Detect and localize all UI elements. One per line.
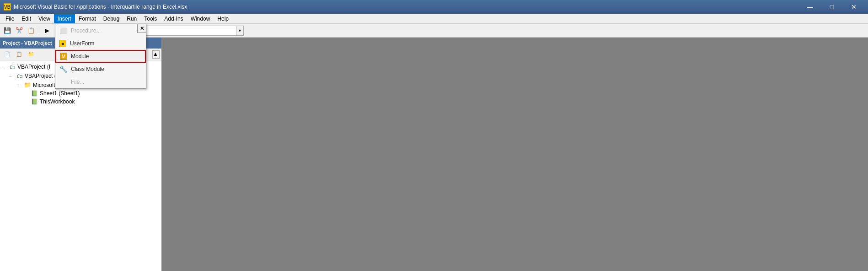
- procedure-label: Procedure...: [71, 27, 101, 34]
- project-title: Project - VBAProject: [3, 40, 52, 46]
- thisworkbook-icon: 📗: [31, 98, 38, 105]
- file-label: File...: [71, 79, 84, 85]
- expand-icon-1: −: [2, 65, 7, 70]
- toolbar-combo-arrow[interactable]: ▼: [236, 26, 244, 36]
- toolbar-combo-container: ▼: [145, 26, 244, 36]
- proj-toggle-folders[interactable]: 📁: [26, 49, 37, 60]
- app-icon: VB: [4, 3, 11, 11]
- menu-format[interactable]: Format: [75, 14, 100, 23]
- menu-tools[interactable]: Tools: [140, 14, 161, 23]
- userform-icon: ■: [59, 40, 66, 47]
- title-bar-left: VB Microsoft Visual Basic for Applicatio…: [4, 3, 187, 11]
- close-button[interactable]: ✕: [843, 0, 864, 14]
- tree-item-thisworkbook[interactable]: 📗 ThisWorkbook: [2, 98, 160, 106]
- tree-item-sheet1[interactable]: 📗 Sheet1 (Sheet1): [2, 89, 160, 98]
- toolbar-combo-input[interactable]: [145, 26, 236, 36]
- insert-file[interactable]: File...: [55, 76, 146, 88]
- editor-area: [162, 38, 868, 271]
- toolbar-cut[interactable]: ✂️: [14, 25, 25, 36]
- menu-debug[interactable]: Debug: [100, 14, 123, 23]
- minimize-button[interactable]: —: [799, 0, 820, 14]
- classmodule-label: Class Module: [71, 66, 104, 72]
- menu-view[interactable]: View: [35, 14, 54, 23]
- toolbar-copy[interactable]: 📋: [26, 25, 37, 36]
- insert-procedure[interactable]: ⬜ Procedure...: [55, 24, 146, 37]
- module-label: Module: [71, 53, 89, 60]
- vbaproject-icon-1: 🗂: [9, 63, 16, 70]
- proj-view-code[interactable]: 📄: [2, 49, 13, 60]
- menu-close-button[interactable]: ✕: [137, 24, 146, 33]
- module-icon: M: [60, 53, 67, 60]
- maximize-button[interactable]: □: [821, 0, 842, 14]
- insert-userform[interactable]: ■ UserForm: [55, 37, 146, 50]
- project-scrollbar-up[interactable]: ▲: [152, 50, 160, 59]
- insert-classmodule[interactable]: 🔧 Class Module: [55, 63, 146, 76]
- window-title: Microsoft Visual Basic for Applications …: [14, 4, 187, 10]
- menu-edit[interactable]: Edit: [18, 14, 35, 23]
- project-tree: − 🗂 VBAProject (I − 🗂 VBAProject (I − 📁 …: [0, 60, 161, 271]
- tree-label-thisworkbook: ThisWorkbook: [40, 98, 75, 105]
- insert-module[interactable]: M Module: [55, 50, 146, 63]
- tree-label-vbaproject2: VBAProject (I: [25, 73, 58, 79]
- vbaproject-icon-2: 🗂: [16, 72, 23, 80]
- menu-addins[interactable]: Add-Ins: [161, 14, 187, 23]
- proj-view-object[interactable]: 📋: [14, 49, 25, 60]
- toolbar-run[interactable]: ▶: [42, 25, 53, 36]
- menu-bar: File Edit View Insert Format Debug Run T…: [0, 14, 868, 24]
- menu-run[interactable]: Run: [123, 14, 140, 23]
- title-bar-controls: — □ ✕: [799, 0, 864, 14]
- menu-window[interactable]: Window: [187, 14, 214, 23]
- menu-help[interactable]: Help: [214, 14, 232, 23]
- insert-menu: ✕ ⬜ Procedure... ■ UserForm M Module 🔧 C…: [55, 24, 146, 89]
- menu-file[interactable]: File: [2, 14, 18, 23]
- expand-icon-3: −: [16, 82, 22, 87]
- sheet1-icon: 📗: [31, 90, 38, 97]
- userform-label: UserForm: [70, 40, 94, 47]
- expand-icon-2: −: [9, 74, 15, 79]
- procedure-icon: ⬜: [59, 27, 67, 35]
- tree-label-sheet1: Sheet1 (Sheet1): [40, 90, 80, 97]
- insert-dropdown: ✕ ⬜ Procedure... ■ UserForm M Module 🔧 C…: [55, 24, 146, 89]
- tree-label-vbaproject1: VBAProject (I: [17, 64, 50, 70]
- toolbar-save[interactable]: 💾: [2, 25, 13, 36]
- excel-objects-icon: 📁: [24, 81, 31, 88]
- classmodule-icon: 🔧: [59, 65, 67, 73]
- file-icon: [59, 78, 67, 86]
- separator-1: [39, 26, 39, 35]
- title-bar: VB Microsoft Visual Basic for Applicatio…: [0, 0, 868, 14]
- menu-insert[interactable]: Insert: [54, 14, 75, 23]
